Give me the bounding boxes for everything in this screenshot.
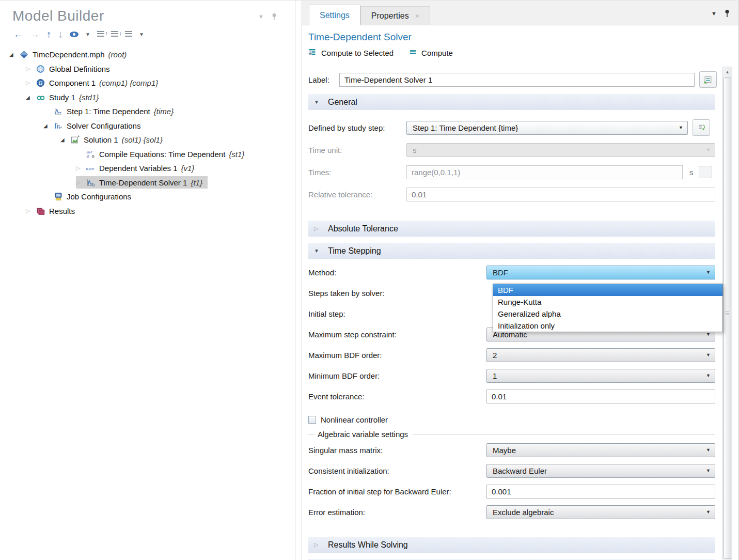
tree-item-compile-equations[interactable]: ∂u-f∂t Compile Equations: Time Dependent… <box>0 147 295 162</box>
time-unit-select: s ▼ <box>406 143 715 157</box>
label-input[interactable] <box>339 73 695 87</box>
component-icon: Ω <box>36 79 45 87</box>
tree-item-global-definitions[interactable]: ▷ Global Definitions <box>0 62 295 76</box>
section-header-absolute-tolerance[interactable]: ▷ Absolute Tolerance <box>308 221 715 237</box>
tab-properties[interactable]: Properties × <box>360 6 430 25</box>
settings-scrollbar[interactable]: ▲ <box>722 67 732 560</box>
defined-by-study-step-select[interactable]: Step 1: Time Dependent {time} ▼ <box>406 121 688 135</box>
expander-expanded-icon[interactable]: ◢ <box>26 95 35 100</box>
study-step-icon <box>53 107 63 116</box>
nonlinear-controller-label: Nonlinear controller <box>321 415 388 424</box>
settings-body: Time-Dependent Solver Compute to Selecte… <box>302 32 738 560</box>
tree-options-caret-icon[interactable]: ▼ <box>139 32 144 37</box>
move-up-icon[interactable]: ↑ <box>46 29 52 39</box>
compute-button[interactable]: Compute <box>409 49 453 57</box>
compile-equations-icon: ∂u-f∂t <box>86 150 96 159</box>
min-bdf-order-select[interactable]: 1 ▼ <box>486 369 715 383</box>
section-header-results-while-solving[interactable]: ▷ Results While Solving <box>308 537 715 553</box>
settings-panel: Settings Properties × ▼ Time-Dependent S… <box>302 1 739 560</box>
dependent-variables-icon: u,v,w <box>86 164 96 173</box>
sync-study-step-button[interactable] <box>693 119 710 136</box>
expander-expanded-icon[interactable]: ◢ <box>43 123 52 129</box>
back-icon[interactable]: ← <box>13 29 23 39</box>
method-option-bdf[interactable]: BDF <box>493 284 722 296</box>
chevron-right-icon: ▷ <box>314 225 319 232</box>
expand-all-icon[interactable]: ↓ <box>111 31 118 38</box>
scroll-up-button[interactable]: ▲ <box>723 67 732 76</box>
tree-item-dependent-variables1[interactable]: ▷ u,v,w Dependent Variables 1 {v1} <box>0 161 295 176</box>
expander-collapsed-icon[interactable]: ▷ <box>26 208 35 214</box>
nonlinear-controller-checkbox[interactable] <box>308 416 316 424</box>
section-title: Time Stepping <box>328 246 381 256</box>
defined-by-study-step-label: Defined by study step: <box>308 123 406 132</box>
tree-item-label: Time-Dependent Solver 1 <box>99 178 187 187</box>
rename-note-button[interactable] <box>699 71 717 88</box>
close-icon[interactable]: × <box>415 12 419 20</box>
section-header-time-stepping[interactable]: ▼ Time Stepping <box>308 243 715 259</box>
method-label: Method: <box>308 268 486 277</box>
compute-to-selected-icon <box>308 48 317 58</box>
expander-collapsed-icon[interactable]: ▷ <box>76 179 85 186</box>
consistent-initialization-select[interactable]: Backward Euler ▼ <box>486 464 715 478</box>
relative-tolerance-input[interactable] <box>406 188 715 201</box>
chevron-down-icon: ▼ <box>314 99 319 105</box>
expander-collapsed-icon[interactable]: ▷ <box>26 66 35 72</box>
time-stepping-section: ▼ Time Stepping Method: BDF ▼ Steps take… <box>308 243 715 531</box>
pin-icon[interactable] <box>271 13 277 21</box>
method-option-initialization-only[interactable]: Initialization only <box>493 320 722 332</box>
compute-to-selected-button[interactable]: Compute to Selected <box>308 48 394 58</box>
tree-item-tag: (comp1) {comp1} <box>99 79 158 87</box>
forward-icon[interactable]: → <box>30 29 40 39</box>
tree-item-tag: {v1} <box>181 164 195 173</box>
tree-item-time-dependent-solver1[interactable]: ▷ Time-Dependent Solver 1 {t1} <box>0 176 295 190</box>
method-option-generalized-alpha[interactable]: Generalized alpha <box>493 308 722 320</box>
max-bdf-order-select[interactable]: 2 ▼ <box>486 348 715 362</box>
time-unit-value: s <box>413 146 417 154</box>
algebraic-variable-settings-group: Algebraic variable settings <box>308 429 715 439</box>
scrollbar-thumb[interactable] <box>724 77 731 559</box>
show-dropdown-caret-icon[interactable]: ▼ <box>85 32 90 37</box>
tree-item-label: Dependent Variables 1 <box>99 164 178 173</box>
tree-item-solution1[interactable]: ◢ * Solution 1 (sol1) {sol1} <box>0 133 295 147</box>
tree-item-solver-configurations[interactable]: ◢ Solver Configurations <box>0 119 295 133</box>
tree-item-label: TimeDependent.mph <box>33 50 105 59</box>
section-header-general[interactable]: ▼ General <box>308 94 715 110</box>
solver-configurations-icon <box>53 121 63 130</box>
move-down-icon[interactable]: ↓ <box>58 29 64 39</box>
tree-item-job-configurations[interactable]: Job Configurations <box>0 190 295 204</box>
min-bdf-order-value: 1 <box>493 371 497 380</box>
chevron-down-icon: ▼ <box>706 468 711 473</box>
global-definitions-icon <box>36 65 45 73</box>
expander-collapsed-icon[interactable]: ▷ <box>76 165 85 172</box>
panel-menu-caret-icon[interactable]: ▼ <box>711 11 717 17</box>
tree-view-options-icon[interactable] <box>125 31 132 38</box>
times-label: Times: <box>308 168 406 177</box>
tree-item-results[interactable]: ▷ Results <box>0 204 295 219</box>
singular-mass-matrix-select[interactable]: Maybe ▼ <box>486 443 715 457</box>
collapse-all-icon[interactable]: ↑ <box>97 31 104 38</box>
panel-menu-caret-icon[interactable]: ▼ <box>258 14 264 20</box>
expander-expanded-icon[interactable]: ◢ <box>9 52 18 57</box>
error-estimation-label: Error estimation: <box>308 508 486 517</box>
pin-icon[interactable] <box>724 9 730 18</box>
method-option-runge-kutta[interactable]: Runge-Kutta <box>493 296 722 308</box>
section-title: Absolute Tolerance <box>328 224 398 234</box>
tree-item-component1[interactable]: ▷ Ω Component 1 (comp1) {comp1} <box>0 76 295 90</box>
method-value: BDF <box>493 268 508 277</box>
svg-text:Ω: Ω <box>39 80 42 86</box>
tree-item-step1-time-dependent[interactable]: Step 1: Time Dependent {time} <box>0 104 295 119</box>
error-estimation-select[interactable]: Exclude algebraic ▼ <box>486 505 715 519</box>
tree-item-study1[interactable]: ◢ Study 1 {std1} <box>0 90 295 105</box>
chevron-down-icon: ▼ <box>706 373 711 378</box>
tab-settings[interactable]: Settings <box>309 5 360 25</box>
event-tolerance-input[interactable] <box>486 390 715 403</box>
fraction-initial-step-input[interactable] <box>486 485 715 499</box>
panel-title: Model Builder <box>12 8 295 24</box>
expander-collapsed-icon[interactable]: ▷ <box>26 80 35 86</box>
max-bdf-order-value: 2 <box>493 351 497 360</box>
method-select[interactable]: BDF ▼ <box>486 266 715 279</box>
expander-expanded-icon[interactable]: ◢ <box>60 137 69 143</box>
tree-item-root[interactable]: ◢ TimeDependent.mph (root) <box>0 48 295 62</box>
show-icon[interactable] <box>70 32 78 37</box>
settings-tabbar: Settings Properties × ▼ <box>302 1 738 25</box>
